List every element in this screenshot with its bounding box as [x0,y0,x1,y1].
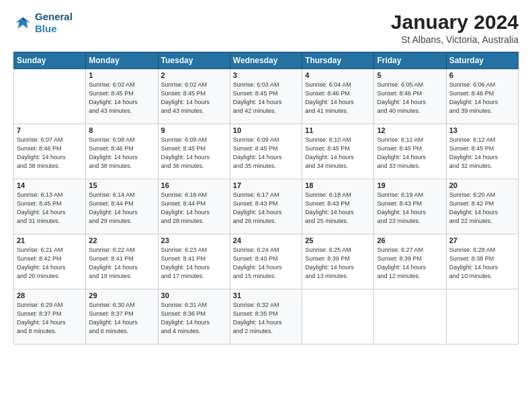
calendar-cell [14,69,86,124]
day-number: 9 [161,126,227,134]
day-number: 31 [233,291,299,300]
calendar-cell: 17Sunrise: 6:17 AMSunset: 8:43 PMDayligh… [230,179,302,234]
day-number: 7 [17,126,83,134]
calendar-cell: 13Sunrise: 6:12 AMSunset: 8:45 PMDayligh… [446,124,518,179]
day-info: Sunrise: 6:09 AMSunset: 8:45 PMDaylight:… [233,136,299,171]
calendar-cell: 24Sunrise: 6:24 AMSunset: 8:40 PMDayligh… [230,234,302,289]
day-info: Sunrise: 6:32 AMSunset: 8:35 PMDaylight:… [233,301,299,336]
day-number: 3 [233,71,299,79]
day-number: 16 [161,181,227,189]
calendar-cell: 9Sunrise: 6:09 AMSunset: 8:45 PMDaylight… [158,124,230,179]
day-info: Sunrise: 6:14 AMSunset: 8:44 PMDaylight:… [89,191,154,226]
day-number: 24 [233,236,299,244]
col-header-tuesday: Tuesday [158,52,230,69]
day-info: Sunrise: 6:09 AMSunset: 8:45 PMDaylight:… [161,136,227,171]
calendar-cell: 11Sunrise: 6:10 AMSunset: 8:45 PMDayligh… [302,124,374,179]
day-number: 12 [377,126,443,134]
calendar-cell: 16Sunrise: 6:16 AMSunset: 8:44 PMDayligh… [158,179,230,234]
calendar-cell: 18Sunrise: 6:18 AMSunset: 8:43 PMDayligh… [302,179,374,234]
day-number: 27 [449,236,515,244]
calendar-cell: 1Sunrise: 6:02 AMSunset: 8:45 PMDaylight… [86,69,158,124]
col-header-wednesday: Wednesday [230,52,302,69]
day-number: 28 [17,291,83,300]
calendar-cell: 23Sunrise: 6:23 AMSunset: 8:41 PMDayligh… [158,234,230,289]
calendar-cell: 27Sunrise: 6:28 AMSunset: 8:38 PMDayligh… [446,234,518,289]
day-info: Sunrise: 6:23 AMSunset: 8:41 PMDaylight:… [161,246,227,281]
day-number: 21 [17,236,83,244]
calendar-cell: 2Sunrise: 6:02 AMSunset: 8:45 PMDaylight… [158,69,230,124]
calendar-cell: 8Sunrise: 6:08 AMSunset: 8:46 PMDaylight… [86,124,158,179]
day-number: 4 [305,71,371,79]
day-info: Sunrise: 6:17 AMSunset: 8:43 PMDaylight:… [233,191,299,226]
day-number: 15 [89,181,154,189]
day-info: Sunrise: 6:04 AMSunset: 8:46 PMDaylight:… [305,81,371,116]
calendar-cell: 28Sunrise: 6:29 AMSunset: 8:37 PMDayligh… [14,289,86,345]
month-title: January 2024 [391,11,519,33]
calendar-cell [446,289,518,345]
day-info: Sunrise: 6:19 AMSunset: 8:43 PMDaylight:… [377,191,443,226]
calendar-cell: 14Sunrise: 6:13 AMSunset: 8:45 PMDayligh… [14,179,86,234]
day-number: 13 [449,126,515,134]
day-info: Sunrise: 6:16 AMSunset: 8:44 PMDaylight:… [161,191,227,226]
logo-bird-icon [13,13,32,32]
day-info: Sunrise: 6:25 AMSunset: 8:39 PMDaylight:… [305,246,371,281]
calendar-cell [302,289,374,345]
day-info: Sunrise: 6:20 AMSunset: 8:42 PMDaylight:… [449,191,515,226]
day-info: Sunrise: 6:02 AMSunset: 8:45 PMDaylight:… [161,81,227,116]
col-header-thursday: Thursday [302,52,374,69]
day-number: 18 [305,181,371,189]
day-number: 30 [161,291,227,300]
day-info: Sunrise: 6:21 AMSunset: 8:42 PMDaylight:… [17,246,83,281]
calendar-cell: 7Sunrise: 6:07 AMSunset: 8:46 PMDaylight… [14,124,86,179]
day-info: Sunrise: 6:30 AMSunset: 8:37 PMDaylight:… [89,301,154,336]
day-info: Sunrise: 6:02 AMSunset: 8:45 PMDaylight:… [89,81,154,116]
col-header-sunday: Sunday [14,52,86,69]
calendar-cell: 19Sunrise: 6:19 AMSunset: 8:43 PMDayligh… [374,179,446,234]
calendar-table: SundayMondayTuesdayWednesdayThursdayFrid… [13,52,519,345]
calendar-cell: 31Sunrise: 6:32 AMSunset: 8:35 PMDayligh… [230,289,302,345]
calendar-cell: 25Sunrise: 6:25 AMSunset: 8:39 PMDayligh… [302,234,374,289]
title-area: January 2024 St Albans, Victoria, Austra… [391,11,519,45]
calendar-cell: 5Sunrise: 6:05 AMSunset: 8:46 PMDaylight… [374,69,446,124]
day-info: Sunrise: 6:06 AMSunset: 8:46 PMDaylight:… [449,81,515,116]
day-info: Sunrise: 6:12 AMSunset: 8:45 PMDaylight:… [449,136,515,171]
calendar-cell: 29Sunrise: 6:30 AMSunset: 8:37 PMDayligh… [86,289,158,345]
day-number: 5 [377,71,443,79]
calendar-cell: 4Sunrise: 6:04 AMSunset: 8:46 PMDaylight… [302,69,374,124]
day-info: Sunrise: 6:31 AMSunset: 8:36 PMDaylight:… [161,301,227,336]
day-number: 2 [161,71,227,79]
day-info: Sunrise: 6:10 AMSunset: 8:45 PMDaylight:… [305,136,371,171]
logo: General Blue [13,11,73,35]
location: St Albans, Victoria, Australia [391,34,519,45]
day-info: Sunrise: 6:11 AMSunset: 8:45 PMDaylight:… [377,136,443,171]
calendar-cell: 12Sunrise: 6:11 AMSunset: 8:45 PMDayligh… [374,124,446,179]
calendar-cell: 15Sunrise: 6:14 AMSunset: 8:44 PMDayligh… [86,179,158,234]
col-header-monday: Monday [86,52,158,69]
day-number: 23 [161,236,227,244]
calendar-cell [374,289,446,345]
day-info: Sunrise: 6:27 AMSunset: 8:39 PMDaylight:… [377,246,443,281]
day-number: 22 [89,236,154,244]
day-info: Sunrise: 6:18 AMSunset: 8:43 PMDaylight:… [305,191,371,226]
day-number: 10 [233,126,299,134]
day-info: Sunrise: 6:07 AMSunset: 8:46 PMDaylight:… [17,136,83,171]
day-info: Sunrise: 6:05 AMSunset: 8:46 PMDaylight:… [377,81,443,116]
day-number: 6 [449,71,515,79]
day-number: 26 [377,236,443,244]
day-info: Sunrise: 6:08 AMSunset: 8:46 PMDaylight:… [89,136,154,171]
col-header-saturday: Saturday [446,52,518,69]
day-number: 29 [89,291,154,300]
day-info: Sunrise: 6:13 AMSunset: 8:45 PMDaylight:… [17,191,83,226]
day-number: 25 [305,236,371,244]
calendar-cell: 6Sunrise: 6:06 AMSunset: 8:46 PMDaylight… [446,69,518,124]
day-number: 8 [89,126,154,134]
day-number: 11 [305,126,371,134]
calendar-cell: 30Sunrise: 6:31 AMSunset: 8:36 PMDayligh… [158,289,230,345]
col-header-friday: Friday [374,52,446,69]
calendar-cell: 21Sunrise: 6:21 AMSunset: 8:42 PMDayligh… [14,234,86,289]
calendar-cell: 20Sunrise: 6:20 AMSunset: 8:42 PMDayligh… [446,179,518,234]
day-info: Sunrise: 6:22 AMSunset: 8:41 PMDaylight:… [89,246,154,281]
calendar-cell: 22Sunrise: 6:22 AMSunset: 8:41 PMDayligh… [86,234,158,289]
day-info: Sunrise: 6:03 AMSunset: 8:45 PMDaylight:… [233,81,299,116]
calendar-cell: 10Sunrise: 6:09 AMSunset: 8:45 PMDayligh… [230,124,302,179]
